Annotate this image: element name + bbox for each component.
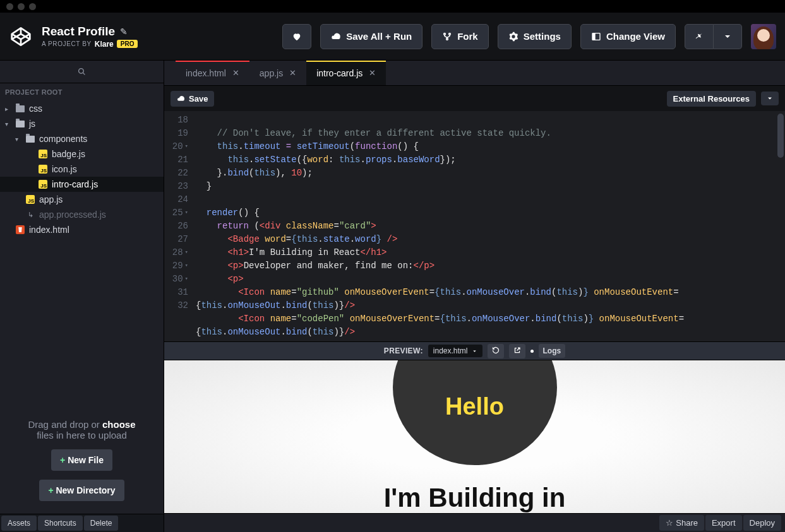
project-title-block: React Profile ✎ A PROJECT BY Klare PRO xyxy=(42,25,138,49)
traffic-min[interactable] xyxy=(18,3,25,10)
folder-icon xyxy=(26,136,35,143)
external-link-icon xyxy=(513,346,521,354)
folder-icon xyxy=(16,105,25,112)
file-intro-card-js[interactable]: ▸JSintro-card.js xyxy=(0,177,164,192)
svg-point-4 xyxy=(449,33,451,35)
cloud-icon xyxy=(177,95,185,103)
status-dot-icon xyxy=(530,350,534,353)
cloud-icon xyxy=(331,32,341,42)
delete-button[interactable]: Delete xyxy=(84,516,119,531)
heart-button[interactable] xyxy=(282,24,311,49)
export-button[interactable]: Export xyxy=(705,515,742,531)
dropzone-text: Drag and drop or choose files in here to… xyxy=(13,419,151,440)
logs-button[interactable]: Logs xyxy=(539,344,566,358)
pin-icon xyxy=(694,32,704,42)
preview-file-select[interactable]: index.html xyxy=(428,345,482,357)
pin-button[interactable] xyxy=(685,24,714,49)
tab-close-icon[interactable]: ✕ xyxy=(369,68,376,78)
sidebar: PROJECT ROOT ▸css ▾js ▾components ▸JSbad… xyxy=(0,61,164,532)
traffic-max[interactable] xyxy=(29,3,36,10)
code-editor[interactable]: 18 19 20▾ 21 22 23 24 25▾ 26 27 28▾ 29▾ … xyxy=(164,111,785,341)
svg-line-9 xyxy=(83,73,85,74)
new-directory-button[interactable]: + New Directory xyxy=(39,480,124,501)
tab-app-js[interactable]: app.js✕ xyxy=(249,61,306,85)
preview-popout-button[interactable] xyxy=(509,344,525,358)
preview-refresh-button[interactable] xyxy=(488,344,504,358)
project-author[interactable]: Klare xyxy=(95,40,114,49)
shortcuts-button[interactable]: Shortcuts xyxy=(38,516,83,531)
preview-hello-text: Hello xyxy=(445,393,504,420)
new-file-button[interactable]: + New File xyxy=(51,449,112,471)
app-window: React Profile ✎ A PROJECT BY Klare PRO S… xyxy=(0,0,785,532)
fork-label: Fork xyxy=(457,31,478,42)
editor-scrollbar[interactable] xyxy=(777,114,784,158)
js-file-icon: JS xyxy=(39,150,47,158)
search-icon xyxy=(78,68,86,76)
file-index-html[interactable]: ▸index.html xyxy=(0,222,164,237)
heart-icon xyxy=(292,32,302,42)
file-tree: ▸css ▾js ▾components ▸JSbadge.js ▸JSicon… xyxy=(0,101,164,237)
js-file-icon: JS xyxy=(39,180,47,189)
mac-titlebar xyxy=(0,0,785,13)
external-resources-dropdown[interactable] xyxy=(761,92,779,105)
file-app-processed-js[interactable]: ▸↳app.processed.js xyxy=(0,207,164,222)
settings-button[interactable]: Settings xyxy=(498,24,572,49)
svg-point-3 xyxy=(444,33,446,35)
codepen-logo-icon[interactable] xyxy=(9,25,33,49)
tab-index-html[interactable]: index.html✕ xyxy=(176,61,249,85)
edit-title-icon[interactable]: ✎ xyxy=(120,27,128,37)
svg-point-8 xyxy=(79,69,84,74)
js-file-icon: JS xyxy=(26,195,35,204)
folder-js[interactable]: ▾js xyxy=(0,116,164,131)
gear-icon xyxy=(508,32,518,42)
save-file-button[interactable]: Save xyxy=(171,91,214,107)
tab-intro-card-js[interactable]: intro-card.js✕ xyxy=(306,61,386,85)
header: React Profile ✎ A PROJECT BY Klare PRO S… xyxy=(0,13,785,61)
folder-components[interactable]: ▾components xyxy=(0,131,164,146)
deploy-button[interactable]: Deploy xyxy=(743,515,781,531)
dropzone[interactable]: Drag and drop or choose files in here to… xyxy=(0,404,164,514)
fork-icon xyxy=(442,32,452,42)
file-badge-js[interactable]: ▸JSbadge.js xyxy=(0,146,164,162)
save-run-button[interactable]: Save All + Run xyxy=(320,24,422,49)
preview-label: PREVIEW: xyxy=(384,346,423,355)
folder-css[interactable]: ▸css xyxy=(0,101,164,116)
file-app-js[interactable]: ▸JSapp.js xyxy=(0,192,164,207)
project-root-label: PROJECT ROOT xyxy=(0,83,164,101)
chevron-down-icon xyxy=(472,348,477,354)
editor-toolbar: Save External Resources xyxy=(164,86,785,111)
star-icon: ☆ xyxy=(666,518,673,528)
pin-button-group xyxy=(685,24,742,49)
svg-rect-7 xyxy=(592,33,596,40)
tab-close-icon[interactable]: ✕ xyxy=(289,68,296,78)
line-gutter: 18 19 20▾ 21 22 23 24 25▾ 26 27 28▾ 29▾ … xyxy=(164,111,193,341)
assets-button[interactable]: Assets xyxy=(1,516,37,531)
refresh-icon xyxy=(492,346,500,354)
traffic-close[interactable] xyxy=(6,3,13,10)
external-resources-button[interactable]: External Resources xyxy=(667,91,756,107)
share-button[interactable]: ☆Share xyxy=(659,515,704,531)
preview-pane[interactable]: Hello I'm Building in xyxy=(164,360,785,513)
change-view-label: Change View xyxy=(606,31,665,42)
main-area: index.html✕ app.js✕ intro-card.js✕ Save … xyxy=(164,61,785,532)
project-subtitle-prefix: A PROJECT BY xyxy=(42,40,92,47)
folder-icon xyxy=(16,121,25,127)
pin-dropdown[interactable] xyxy=(714,24,742,49)
chevron-down-icon xyxy=(766,95,774,102)
settings-label: Settings xyxy=(524,31,561,42)
code-content[interactable]: // Don't leave, if they enter a differen… xyxy=(193,111,684,341)
file-icon-js[interactable]: ▸JSicon.js xyxy=(0,162,164,177)
sidebar-search[interactable] xyxy=(0,61,164,83)
fork-button[interactable]: Fork xyxy=(431,24,489,49)
svg-point-5 xyxy=(446,38,448,40)
main-footer: ☆Share Export Deploy xyxy=(164,513,785,532)
processed-file-icon: ↳ xyxy=(26,210,35,219)
preview-heading: I'm Building in xyxy=(384,483,566,513)
user-avatar[interactable] xyxy=(751,24,776,49)
project-title[interactable]: React Profile xyxy=(42,25,115,38)
js-file-icon: JS xyxy=(39,165,47,174)
change-view-button[interactable]: Change View xyxy=(580,24,676,49)
preview-toolbar: PREVIEW: index.html Logs xyxy=(164,341,785,360)
tab-close-icon[interactable]: ✕ xyxy=(232,68,239,78)
tab-bar: index.html✕ app.js✕ intro-card.js✕ xyxy=(164,61,785,86)
